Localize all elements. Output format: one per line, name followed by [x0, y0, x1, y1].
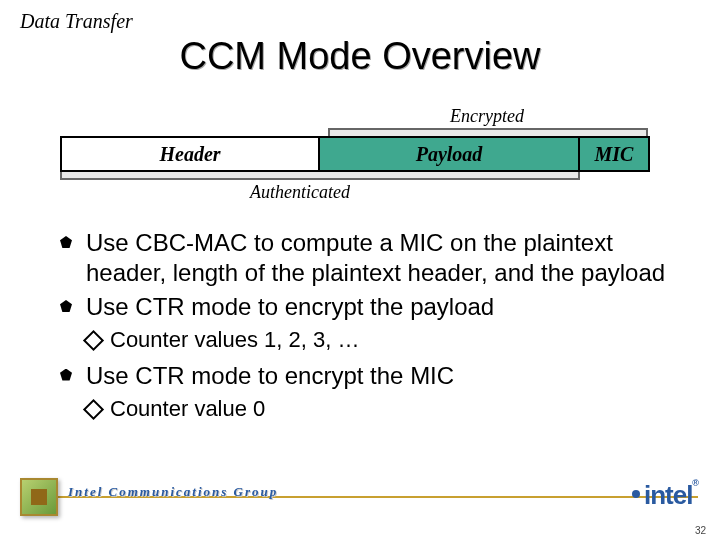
slide-title: CCM Mode Overview: [20, 35, 700, 78]
footer-group-label: Intel Communications Group: [68, 484, 278, 500]
logo-dot-icon: [632, 490, 640, 498]
packet-row: Header Payload MIC: [60, 136, 650, 172]
payload-cell: Payload: [320, 136, 580, 172]
chip-icon: [20, 478, 58, 516]
authenticated-bracket: [60, 172, 580, 180]
logo-text: intel: [644, 480, 692, 510]
mic-cell: MIC: [580, 136, 650, 172]
bullet-2-sub: Counter values 1, 2, 3, …: [60, 326, 670, 355]
intel-logo: intel®: [644, 480, 698, 511]
bullet-3: Use CTR mode to encrypt the MIC: [60, 361, 670, 391]
bullet-1: Use CBC-MAC to compute a MIC on the plai…: [60, 228, 670, 288]
encrypted-label: Encrypted: [450, 106, 524, 127]
bullet-3-sub: Counter value 0: [60, 395, 670, 424]
slide-number: 32: [695, 525, 706, 536]
footer: Intel Communications Group intel®: [0, 478, 720, 522]
logo-registered-icon: ®: [692, 478, 698, 488]
authenticated-label: Authenticated: [250, 182, 350, 203]
bullet-2: Use CTR mode to encrypt the payload: [60, 292, 670, 322]
packet-diagram: Encrypted Header Payload MIC Authenticat…: [50, 106, 670, 206]
section-label: Data Transfer: [20, 10, 700, 33]
bullet-list: Use CBC-MAC to compute a MIC on the plai…: [20, 228, 700, 423]
header-cell: Header: [60, 136, 320, 172]
encrypted-bracket: [328, 128, 648, 136]
slide: Data Transfer CCM Mode Overview Encrypte…: [0, 0, 720, 540]
